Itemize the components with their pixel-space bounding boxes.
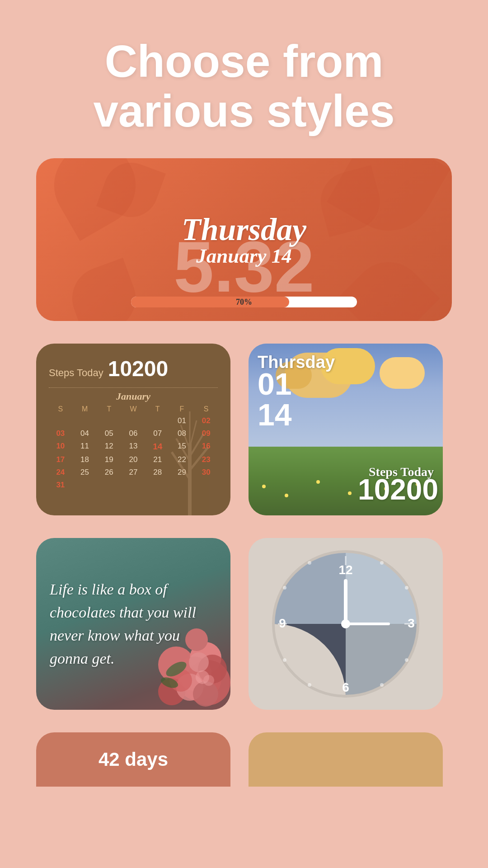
header-line1: Choose from	[93, 36, 394, 86]
cal-cell: 31	[49, 479, 72, 491]
cal-cell: 05	[97, 428, 121, 439]
steps-number: 10200	[108, 356, 168, 381]
progress-bar-bg: 70%	[131, 297, 357, 307]
wide-date: January 14	[196, 244, 291, 268]
cal-cell: 04	[73, 428, 97, 439]
landscape-steps-number: 10200	[358, 473, 438, 506]
tree-decoration	[158, 407, 221, 515]
svg-text:12: 12	[338, 563, 352, 577]
svg-point-26	[405, 586, 408, 590]
cal-cell	[97, 479, 121, 491]
svg-point-31	[283, 586, 286, 590]
svg-point-18	[203, 675, 214, 686]
cal-header: M	[73, 404, 97, 414]
days-text: 42 days	[99, 749, 168, 770]
flower	[316, 480, 320, 484]
bottom-widget-2[interactable]	[249, 732, 443, 787]
cal-cell: 12	[97, 440, 121, 453]
cal-cell: 11	[73, 440, 97, 453]
page-title: Choose from various styles	[93, 36, 394, 136]
cal-cell	[122, 479, 145, 491]
landscape-widget[interactable]: Thursday 01 14 Steps Today 10200	[249, 344, 443, 515]
svg-text:6: 6	[342, 680, 349, 694]
cal-cell	[122, 415, 145, 427]
landscape-month: 01	[258, 368, 292, 399]
cal-cell: 03	[49, 428, 72, 439]
cal-header: T	[97, 404, 121, 414]
widget-row-bottom: 42 days	[36, 732, 452, 787]
landscape-day: 14	[258, 399, 292, 430]
days-widget[interactable]: 42 days	[36, 732, 230, 787]
widget-row-1: Steps Today 10200 January S M T W T F S	[36, 344, 452, 515]
svg-point-30	[283, 658, 286, 662]
cal-cell: 27	[122, 467, 145, 478]
svg-point-32	[308, 561, 311, 565]
cal-cell: 20	[122, 454, 145, 466]
landscape-date: 01 14	[258, 368, 292, 430]
svg-line-3	[176, 439, 190, 461]
cal-cell: 18	[73, 454, 97, 466]
cal-cell: 24	[49, 467, 72, 478]
svg-line-5	[181, 425, 190, 450]
svg-line-6	[190, 420, 197, 448]
cal-month: January	[49, 391, 218, 402]
wide-progress-container: 70%	[131, 297, 357, 307]
leaf-decoration	[338, 247, 440, 321]
steps-label: Steps Today	[49, 367, 103, 379]
flower	[348, 491, 352, 495]
svg-point-28	[380, 683, 384, 687]
clock-face: 12 3 6 9	[269, 547, 422, 701]
quote-widget[interactable]: Life is like a box of chocolates that yo…	[36, 538, 230, 710]
wide-widget[interactable]: Thursday January 14 5.32 70%	[36, 158, 452, 321]
header-line2: various styles	[93, 86, 394, 136]
wide-day: Thursday	[182, 212, 306, 248]
progress-bar-fill	[131, 297, 289, 307]
flower	[285, 494, 288, 497]
cal-header: S	[49, 404, 72, 414]
cal-cell: 19	[97, 454, 121, 466]
cal-header: W	[122, 404, 145, 414]
svg-point-27	[405, 658, 408, 662]
cal-cell: 26	[97, 467, 121, 478]
cal-cell	[49, 415, 72, 427]
svg-text:3: 3	[408, 616, 415, 630]
cal-cell	[73, 415, 97, 427]
progress-label: 70%	[236, 297, 252, 307]
svg-text:9: 9	[279, 616, 286, 630]
steps-row: Steps Today 10200	[49, 356, 218, 381]
svg-point-25	[380, 561, 384, 565]
cal-cell: 06	[122, 428, 145, 439]
svg-point-29	[308, 683, 311, 687]
leaf-decoration	[63, 258, 144, 321]
cal-cell: 13	[122, 440, 145, 453]
cloud	[380, 357, 425, 389]
widget-row-2: Life is like a box of chocolates that yo…	[36, 538, 452, 710]
cal-cell: 10	[49, 440, 72, 453]
cal-cell: 17	[49, 454, 72, 466]
calendar-widget[interactable]: Steps Today 10200 January S M T W T F S	[36, 344, 230, 515]
cal-cell: 25	[73, 467, 97, 478]
cal-divider	[49, 387, 218, 388]
svg-point-12	[193, 681, 218, 707]
cal-cell	[73, 479, 97, 491]
flower	[262, 485, 266, 488]
quote-text: Life is like a box of chocolates that yo…	[50, 578, 217, 670]
page-wrapper: Choose from various styles Thursday Janu…	[0, 0, 488, 868]
clock-widget[interactable]: 12 3 6 9	[249, 538, 443, 710]
cal-cell	[97, 415, 121, 427]
